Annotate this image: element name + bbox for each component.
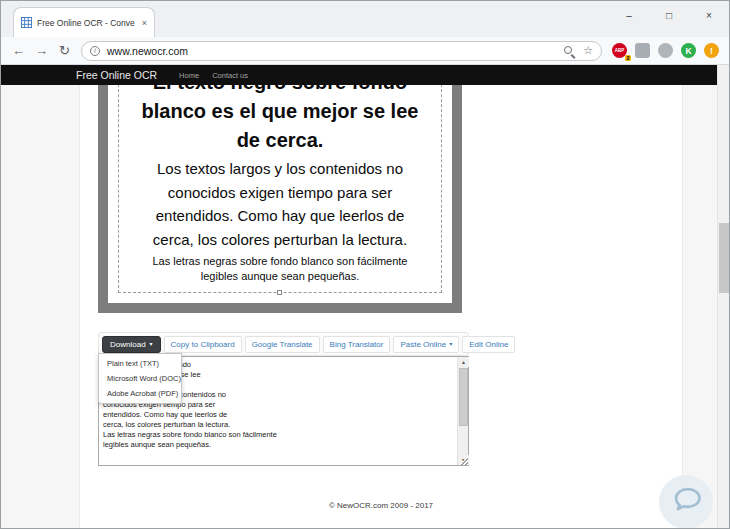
adblock-label: ABP [615,48,625,53]
extension-icon[interactable] [658,43,673,58]
google-translate-label: Google Translate [252,340,313,349]
ocr-image-heading: El texto negro sobre fondo blanco es el … [125,85,435,155]
bookmark-star-icon[interactable]: ☆ [583,44,593,57]
download-button[interactable]: Download ▾ [102,336,161,353]
copy-label: Copy to Clipboard [171,340,235,349]
page-scrollbar-thumb[interactable] [719,223,729,293]
edit-online-button[interactable]: Edit Online [462,336,515,353]
scroll-up-icon[interactable]: ▲ [458,357,469,367]
bing-translator-button[interactable]: Bing Translator [323,336,391,353]
site-header: Free Online OCR Home Contact us [1,65,719,85]
extensions-row: ABP 2 K ! [612,43,719,58]
speech-bubble-icon [668,482,704,522]
nav-link-contact[interactable]: Contact us [212,71,248,80]
browser-menu-alert-icon[interactable]: ! [704,43,719,58]
extension-icon[interactable] [635,43,650,58]
bing-translator-label: Bing Translator [330,340,384,349]
content-card: El texto negro sobre fondo blanco es el … [79,85,683,529]
edit-online-label: Edit Online [469,340,508,349]
chat-widget-button[interactable] [659,475,713,529]
browser-tab[interactable]: Free Online OCR - Conve × [13,7,155,37]
adblock-extension-icon[interactable]: ABP 2 [612,43,627,58]
refresh-button[interactable]: ↻ [53,39,76,62]
maximize-button[interactable]: □ [649,1,689,29]
download-label: Download [110,340,146,349]
ocr-image-smalltext: Las letras negras sobre fondo blanco son… [125,254,435,284]
tab-title: Free Online OCR - Conve [37,18,137,28]
address-bar[interactable]: i www.newocr.com ☆ [81,41,602,61]
back-button[interactable]: ← [7,39,30,62]
paste-online-button[interactable]: Paste Online ▾ [393,336,459,353]
google-translate-button[interactable]: Google Translate [245,336,320,353]
caret-down-icon: ▾ [449,341,452,347]
adblock-badge: 2 [625,55,631,62]
forward-button[interactable]: → [30,39,53,62]
download-menu-item-doc[interactable]: Microsoft Word (DOC) [99,371,181,386]
kaspersky-extension-icon[interactable]: K [681,43,696,58]
textarea-scrollbar: ▲ ▼ [457,357,468,465]
tab-favicon-icon [21,14,32,32]
selection-handle[interactable] [277,290,282,295]
site-footer: © NewOCR.com 2009 - 2017 [80,501,682,510]
page-scrollbar [717,65,729,529]
browser-navbar: ← → ↻ i www.newocr.com ☆ ABP 2 K ! [1,37,729,65]
search-icon[interactable] [563,45,575,57]
paste-online-label: Paste Online [400,340,446,349]
download-dropdown-menu: Plain text (TXT) Microsoft Word (DOC) Ad… [98,353,182,404]
nav-link-home[interactable]: Home [179,71,199,80]
copy-to-clipboard-button[interactable]: Copy to Clipboard [164,336,242,353]
site-logo[interactable]: Free Online OCR [76,69,157,81]
browser-titlebar: Free Online OCR - Conve × – □ × [1,1,729,37]
ocr-selection-region: El texto negro sobre fondo blanco es el … [118,85,442,293]
url-text: www.newocr.com [107,45,563,57]
close-button[interactable]: × [689,1,729,29]
ocr-image-body: Los textos largos y los contenidos no co… [125,157,435,251]
download-menu-item-txt[interactable]: Plain text (TXT) [99,356,181,371]
browser-window: Free Online OCR - Conve × – □ × ← → ↻ i … [0,0,730,529]
page-info-icon[interactable]: i [90,46,100,56]
ocr-source-image: El texto negro sobre fondo blanco es el … [98,85,462,313]
window-controls: – □ × [609,1,729,29]
tab-close-icon[interactable]: × [142,18,147,28]
caret-down-icon: ▾ [150,341,153,347]
minimize-button[interactable]: – [609,1,649,29]
download-menu-item-pdf[interactable]: Adobe Acrobat (PDF) [99,386,181,401]
page-viewport: El texto negro sobre fondo blanco es el … [1,85,719,529]
textarea-scrollbar-thumb[interactable] [459,368,468,426]
